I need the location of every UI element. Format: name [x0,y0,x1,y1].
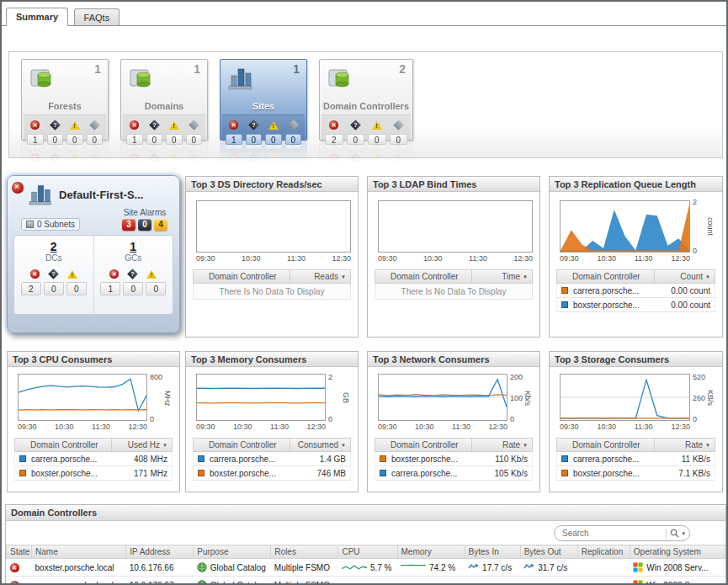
normal-count: 0 [285,134,302,145]
no-data-message: There Is No Data To Display [375,284,533,300]
domains-icon [129,66,154,91]
warning-count: 0 [166,134,183,145]
tab-summary[interactable]: Summary [6,8,68,26]
subnets-badge[interactable]: 0 Subnets [21,218,80,231]
dc-name: boxster.porsche... [573,300,654,310]
dcs-group: 2 DCs 2 0 0 [14,236,93,314]
column-domain-controller[interactable]: Domain Controller [194,270,290,283]
dc-name: boxster.porsche... [391,455,471,464]
column-reads-sort[interactable]: Reads [290,270,350,283]
critical-icon [50,120,61,130]
gcs-count-link[interactable]: 1 [94,240,173,253]
col-purpose[interactable]: Purpose [194,545,271,559]
col-bytes-in[interactable]: Bytes In [465,545,520,559]
col-cpu[interactable]: CPU [338,545,397,559]
tile-status-strip: 1 0 0 0 [24,114,106,140]
dc-bytes-in: 17.7 c/s [482,563,512,572]
warning-alarm-badge[interactable]: 4 [154,219,167,231]
dc-memory: 74.2 % [429,563,455,572]
x-tick: 11:30 [635,423,653,431]
column-domain-controller[interactable]: Domain Controller [15,439,111,451]
tile-domains[interactable]: 1 Domains 1 0 0 0 [120,59,208,141]
empty-chart-area [196,200,351,253]
tile-sites[interactable]: 1 Sites 1 0 0 0 [220,59,307,141]
global-catalog-icon [197,562,207,572]
critical-alarm-badge[interactable]: 0 [138,219,151,231]
column-rate-sort[interactable]: Rate [471,439,532,451]
x-tick: 10:30 [423,254,443,263]
warning-icon [70,121,80,130]
dc-name: boxster.porsche.local [32,559,126,577]
x-axis-labels: 09:3010:30 11:3012:30 [378,423,507,431]
col-ip-address[interactable]: IP Address [126,545,194,559]
dc-value: 105 Kb/s [471,469,532,478]
table-row[interactable]: boxster.porsche... 0.00 count [556,298,715,312]
critical-count: 0 [123,282,143,295]
fatal-count: 1 [27,134,44,145]
y-axis-labels: 520 260 0 KB/s [690,375,715,421]
column-domain-controller[interactable]: Domain Controller [557,439,654,451]
critical-icon [248,120,259,130]
table-row[interactable]: boxster.porsche... 171 MHz [14,466,173,481]
fatal-count: 1 [226,134,242,145]
site-card-default-first-site[interactable]: Default-First-S... 0 Subnets Site Alarms… [7,175,180,333]
col-operating-system[interactable]: Operating System [630,545,725,559]
series-swatch [198,470,205,476]
col-state[interactable]: State [7,545,32,559]
x-tick: 12:30 [332,254,351,263]
table-row[interactable]: carrera.porsche... 11 KB/s [556,452,715,466]
search-options-arrow-icon[interactable]: ▾ [682,530,685,537]
table-row[interactable]: boxster.porsche... 7.1 KB/s [556,466,715,481]
col-bytes-out[interactable]: Bytes Out [520,545,577,559]
column-domain-controller[interactable]: Domain Controller [194,439,290,451]
table-row[interactable]: carrera.porsche... 408 MHz [14,452,173,466]
x-tick: 11:30 [270,423,289,431]
critical-count: 0 [246,134,263,145]
warning-count: 0 [146,282,166,295]
column-domain-controller[interactable]: Domain Controller [557,270,654,283]
search-icon[interactable] [670,529,679,538]
panel-title: Top 3 CPU Consumers [8,352,179,367]
table-row[interactable]: carrera.porsche... 0.00 count [556,284,715,298]
dc-name: boxster.porsche... [573,469,654,478]
search-box[interactable]: ▾ [554,525,690,541]
series-swatch [561,287,568,294]
col-roles[interactable]: Roles [271,545,338,559]
column-count-sort[interactable]: Count [654,270,715,283]
fatal-icon [130,120,139,130]
warning-count: 0 [66,282,87,295]
column-rate-sort[interactable]: Rate [654,439,715,451]
dc-ip: 10.6.176.67 [126,577,194,585]
x-tick: 10:30 [597,254,616,263]
fatal-alarm-badge[interactable]: 3 [122,219,136,231]
col-replication[interactable]: Replication [577,545,630,559]
dcs-count-link[interactable]: 2 [14,240,93,253]
column-consumed-sort[interactable]: Consumed [290,439,350,451]
column-domain-controller[interactable]: Domain Controller [375,439,471,451]
panel-memory-consumers: Top 3 Memory Consumers 2 0 GB 09:3010:30… [185,351,359,492]
fatal-icon [30,120,40,130]
tab-faqts[interactable]: FAQts [74,8,120,25]
table-row[interactable]: carrera.porsche... 105 Kb/s [375,466,533,481]
warning-count: 0 [66,134,83,145]
tile-status-strip: 2 0 0 0 [321,114,411,140]
dc-row-boxster[interactable]: boxster.porsche.local 10.6.176.66 Global… [7,559,725,577]
dc-name: carrera.porsche... [573,286,654,295]
column-time-sort[interactable]: Time [471,270,532,283]
dc-memory [397,577,465,585]
column-domain-controller[interactable]: Domain Controller [375,270,471,283]
dc-value: 7.1 KB/s [654,469,715,478]
table-row[interactable]: boxster.porsche... 110 Kb/s [375,452,533,466]
state-fatal-icon [10,563,19,572]
table-row[interactable]: boxster.porsche... 746 MB [193,466,351,481]
search-input[interactable] [562,529,662,538]
panel-ldap-bind-times: Top 3 LDAP Bind Times 09:3010:30 11:3012… [367,176,540,338]
table-row[interactable]: carrera.porsche... 1.4 GB [193,452,351,466]
col-name[interactable]: Name [32,545,126,559]
dc-row-carrera[interactable]: carrera.porsche.local 10.6.176.67 Global… [7,577,725,585]
col-memory[interactable]: Memory [397,545,465,559]
tile-forests[interactable]: 1 Forests 1 0 0 0 [21,59,109,141]
column-used-hz-sort[interactable]: Used Hz [111,439,172,451]
tile-domain-controllers[interactable]: 2 Domain Controllers 2 0 0 0 [319,59,413,141]
y-axis-labels: 2 0 GB [326,375,351,421]
